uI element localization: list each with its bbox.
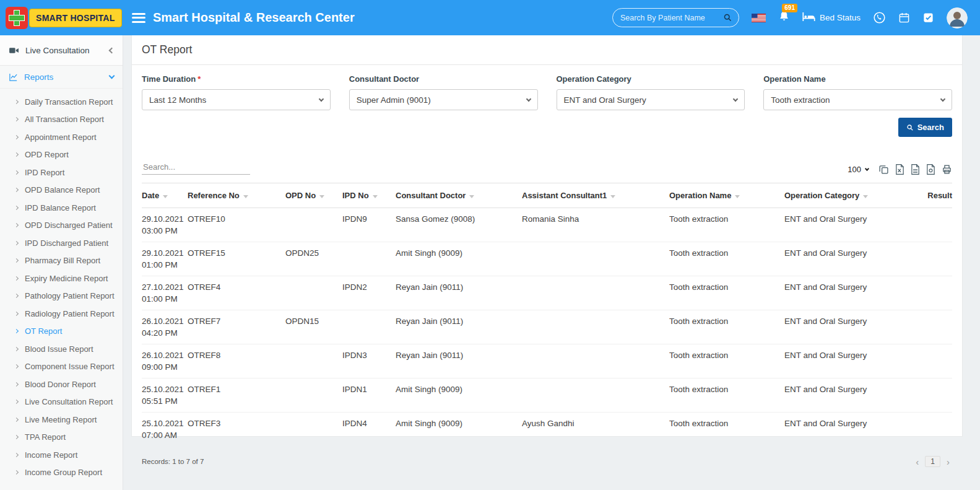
time-duration-select[interactable]: Last 12 Months (142, 89, 331, 110)
column-header-reference-no[interactable]: Reference No (188, 183, 285, 208)
cell-ipd-no: IPDN9 (342, 208, 396, 242)
sidebar-item-income-group-report[interactable]: Income Group Report (0, 464, 123, 482)
column-header-result[interactable]: Result (907, 183, 952, 208)
page-title: OT Report (142, 43, 952, 56)
chevron-down-icon (526, 97, 531, 102)
sidebar-item-opd-report[interactable]: OPD Report (0, 146, 123, 164)
column-header-date[interactable]: Date (142, 183, 188, 208)
column-header-operation-name[interactable]: Operation Name (669, 183, 784, 208)
cell-operation-category: ENT and Oral Surgery (784, 378, 907, 413)
sidebar-item-ipd-balance-report[interactable]: IPD Balance Report (0, 199, 123, 217)
filter-label-operation-name: Operation Name (763, 74, 952, 84)
cell-reference-no: OTREF1 (188, 378, 285, 413)
column-header-ipd-no[interactable]: IPD No (342, 183, 396, 208)
chevron-right-icon (14, 206, 19, 210)
sidebar-item-all-transaction-report[interactable]: All Transaction Report (0, 111, 123, 129)
sidebar-item-live-consultation-report[interactable]: Live Consultation Report (0, 393, 123, 411)
cell-operation-category: ENT and Oral Surgery (784, 344, 907, 378)
column-header-opd-no[interactable]: OPD No (285, 183, 342, 208)
sidebar-item-opd-discharged-patient[interactable]: OPD Discharged Patient (0, 217, 123, 235)
notifications-button[interactable]: 691 (778, 11, 790, 25)
todo-check-icon[interactable] (922, 12, 934, 24)
sidebar-item-expiry-medicine-report[interactable]: Expiry Medicine Report (0, 269, 123, 287)
table-search-input[interactable] (142, 160, 250, 175)
cell-ipd-no: IPDN3 (342, 344, 396, 378)
cell-operation-category: ENT and Oral Surgery (784, 276, 907, 310)
sidebar-item-ipd-report[interactable]: IPD Report (0, 164, 123, 182)
sidebar: Live Consultation Reports Daily Transact… (0, 35, 123, 490)
sidebar-item-appointment-report[interactable]: Appointment Report (0, 128, 123, 146)
chevron-down-icon (865, 167, 869, 171)
sidebar-item-pathology-patient-report[interactable]: Pathology Patient Report (0, 287, 123, 305)
sidebar-item-blood-issue-report[interactable]: Blood Issue Report (0, 340, 123, 358)
cell-reference-no: OTREF10 (188, 208, 285, 242)
sidebar-item-pharmacy-bill-report[interactable]: Pharmacy Bill Report (0, 252, 123, 270)
consultant-doctor-select[interactable]: Super Admin (9001) (349, 89, 538, 110)
sidebar-item-component-issue-report[interactable]: Component Issue Report (0, 358, 123, 376)
whatsapp-icon[interactable] (873, 11, 886, 24)
column-header-consultant-doctor[interactable]: Consultant Doctor (396, 183, 522, 208)
sidebar-item-label: Live Consultation (25, 46, 90, 55)
cell-consultant-doctor: Amit Singh (9009) (396, 242, 522, 276)
sidebar-item-reports[interactable]: Reports (0, 66, 123, 89)
sidebar-item-daily-transaction-report[interactable]: Daily Transaction Report (0, 93, 123, 111)
calendar-icon[interactable] (898, 12, 910, 24)
patient-search-input[interactable] (620, 14, 723, 22)
cell-consultant-doctor: Amit Singh (9009) (396, 378, 522, 413)
pdf-export-icon[interactable] (926, 164, 935, 175)
cell-reference-no: OTREF3 (188, 413, 285, 447)
cell-opd-no (285, 208, 342, 242)
cell-opd-no (285, 344, 342, 378)
reports-submenu: Daily Transaction Report All Transaction… (0, 89, 123, 481)
cell-assistant-consultant (522, 344, 669, 378)
sort-icon (319, 195, 324, 198)
language-flag-icon[interactable] (752, 14, 766, 22)
csv-export-icon[interactable] (911, 164, 920, 175)
column-header-operation-category[interactable]: Operation Category (784, 183, 907, 208)
operation-name-select[interactable]: Tooth extraction (763, 89, 952, 110)
cell-consultant-doctor: Amit Singh (9009) (396, 413, 522, 447)
user-avatar[interactable] (947, 7, 968, 28)
operation-category-select[interactable]: ENT and Oral Surgery (557, 89, 745, 110)
print-icon[interactable] (942, 164, 952, 175)
sidebar-item-opd-balance-report[interactable]: OPD Balance Report (0, 182, 123, 199)
cell-consultant-doctor: Reyan Jain (9011) (396, 344, 522, 378)
pagination-page-1[interactable]: 1 (925, 456, 940, 467)
cell-assistant-consultant (522, 378, 669, 413)
copy-icon[interactable] (878, 164, 889, 175)
cell-opd-no (285, 276, 342, 310)
collapse-icon (109, 47, 115, 53)
sidebar-item-ot-report[interactable]: OT Report (0, 323, 123, 341)
cell-date: 25.10.202105:51 PM (142, 378, 188, 413)
sort-icon (163, 195, 168, 198)
sidebar-item-live-meeting-report[interactable]: Live Meeting Report (0, 411, 123, 429)
excel-export-icon[interactable] (895, 164, 904, 175)
sidebar-item-income-report[interactable]: Income Report (0, 446, 123, 464)
cell-result (907, 208, 952, 242)
cell-ipd-no: IPDN1 (342, 378, 396, 413)
chevron-right-icon (14, 400, 19, 404)
sidebar-item-blood-donor-report[interactable]: Blood Donor Report (0, 375, 123, 393)
sidebar-item-tpa-report[interactable]: TPA Report (0, 429, 123, 447)
chevron-down-icon (109, 73, 115, 79)
table-row: 26.10.202104:20 PM OTREF7 OPDN15 Reyan J… (142, 310, 952, 344)
page-size-select[interactable]: 100 (848, 165, 869, 174)
filter-bar: Time Duration* Last 12 Months Consultant… (132, 65, 962, 137)
pagination-next[interactable]: › (944, 457, 952, 466)
cell-date: 27.10.202101:00 PM (142, 276, 188, 310)
search-icon[interactable] (723, 13, 732, 22)
bed-status-button[interactable]: Bed Status (802, 12, 861, 24)
search-button[interactable]: Search (898, 118, 952, 137)
column-header-assistant-consultant1[interactable]: Assistant Consultant1 (522, 183, 669, 208)
cell-ipd-no (342, 242, 396, 276)
app-logo[interactable]: SMART HOSPITAL (0, 0, 123, 35)
pagination-prev[interactable]: ‹ (913, 457, 921, 466)
chevron-right-icon (14, 117, 19, 121)
app-title: Smart Hospital & Research Center (153, 11, 355, 25)
sidebar-item-live-consultation[interactable]: Live Consultation (0, 35, 123, 66)
sidebar-item-radiology-patient-report[interactable]: Radiology Patient Report (0, 305, 123, 323)
menu-toggle-button[interactable] (132, 13, 145, 23)
sidebar-item-ipd-discharged-patient[interactable]: IPD Discharged Patient (0, 234, 123, 252)
chevron-down-icon (319, 97, 324, 102)
cell-ipd-no: IPDN2 (342, 276, 396, 310)
